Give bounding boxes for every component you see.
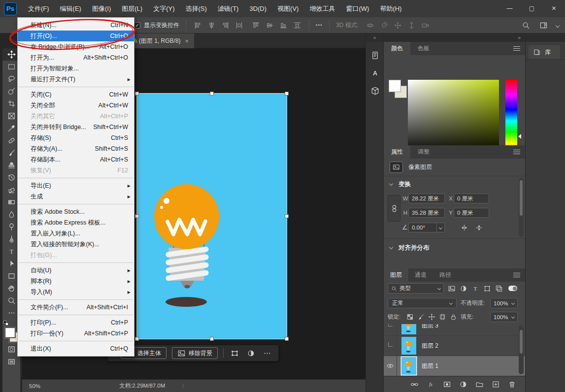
file-menu-item-file-info[interactable]: 文件简介(F)...Alt+Shift+Ctrl+I	[18, 302, 134, 313]
transform-icon[interactable]	[229, 349, 240, 358]
foreground-color-swatch[interactable]	[389, 80, 401, 92]
adjustment-layer-filter-icon[interactable]	[460, 285, 467, 293]
adjustments-icon[interactable]	[245, 349, 256, 358]
align-horizontal-centers-icon[interactable]	[206, 20, 217, 31]
menu-image[interactable]: 图像(I)	[87, 0, 116, 17]
file-menu-item-new[interactable]: 新建(N)...Ctrl+N	[18, 20, 134, 31]
layer-row-layer-1[interactable]: 图层 1	[384, 356, 525, 376]
tab-adjustments[interactable]: 调整	[410, 145, 437, 159]
file-menu-item-generate[interactable]: 生成▶	[18, 191, 134, 202]
file-menu-item-open-as[interactable]: 打开为...Alt+Shift+Ctrl+O	[18, 52, 134, 63]
orbit-3d-camera-icon[interactable]	[365, 20, 375, 31]
align-distribute-section-header[interactable]: 对齐并分布	[384, 241, 525, 254]
align-bottom-edges-icon[interactable]	[278, 20, 289, 31]
roll-3d-camera-icon[interactable]	[379, 20, 389, 31]
new-adjustment-layer-icon[interactable]	[459, 380, 468, 389]
file-menu-item-scripts[interactable]: 脚本(R)▶	[18, 276, 134, 287]
character-panel-icon[interactable]: A	[366, 64, 384, 82]
document-canvas[interactable]	[137, 94, 287, 339]
tab-swatches[interactable]: 色板	[410, 42, 437, 55]
new-layer-icon[interactable]	[491, 380, 501, 389]
dock-collapse-icon[interactable]: »	[384, 33, 525, 42]
transform-handle[interactable]	[285, 337, 289, 341]
lock-image-pixels-icon[interactable]	[417, 313, 425, 321]
rotation-field[interactable]: 0.00°	[408, 223, 445, 232]
transform-handle[interactable]	[285, 92, 289, 96]
tab-paths[interactable]: 路径	[433, 268, 458, 282]
menu-plugins[interactable]: 增效工具	[304, 0, 340, 17]
3d-panel-icon[interactable]	[366, 82, 384, 99]
file-menu-item-open-recent[interactable]: 最近打开文件(T)▶	[18, 74, 134, 85]
menu-edit[interactable]: 编辑(E)	[55, 0, 87, 17]
file-menu-item-close-all[interactable]: 关闭全部Alt+Ctrl+W	[18, 100, 134, 111]
file-menu-item-close[interactable]: 关闭(C)Ctrl+W	[18, 89, 134, 100]
file-menu-item-print[interactable]: 打印(P)...Ctrl+P	[18, 317, 134, 328]
shape-layer-filter-icon[interactable]	[483, 285, 491, 293]
layer-name[interactable]: 图层 3	[422, 324, 438, 330]
lock-position-icon[interactable]	[428, 313, 435, 321]
zoom-level-field[interactable]: 50%	[29, 383, 40, 389]
search-icon[interactable]	[521, 20, 531, 31]
layer-filter-type-dropdown[interactable]: 类型	[388, 283, 444, 294]
task-bar-more-icon[interactable]	[262, 349, 272, 358]
tab-color[interactable]: 颜色	[384, 42, 410, 55]
menu-file[interactable]: 文件(F)	[23, 0, 55, 17]
chevron-down-icon[interactable]	[389, 245, 393, 249]
layer-row-layer-2[interactable]: 图层 2	[384, 336, 525, 356]
smart-object-filter-icon[interactable]	[495, 285, 503, 293]
zoom-3d-camera-icon[interactable]	[420, 20, 431, 31]
chevron-down-icon[interactable]	[556, 23, 560, 27]
tab-properties[interactable]: 属性	[384, 145, 410, 159]
menu-3d[interactable]: 3D(D)	[244, 0, 272, 17]
x-field[interactable]: 0 厘米	[454, 194, 489, 203]
panel-menu-icon[interactable]	[513, 150, 520, 155]
maximize-button[interactable]: ▢	[521, 0, 543, 17]
transform-section-header[interactable]: 变换	[384, 178, 525, 191]
transform-handle[interactable]	[210, 337, 214, 341]
file-menu-item-close-and-go-to-bridge[interactable]: 关闭并转到 Bridge...Shift+Ctrl+W	[18, 122, 134, 132]
panel-menu-icon[interactable]	[513, 46, 520, 51]
lock-all-icon[interactable]	[450, 313, 457, 321]
height-field[interactable]: 35.28 厘米	[408, 208, 445, 218]
transform-handle[interactable]	[285, 214, 289, 218]
lock-transparent-pixels-icon[interactable]	[406, 313, 414, 321]
new-group-icon[interactable]	[475, 380, 485, 389]
remove-background-button[interactable]: 移除背景	[172, 347, 218, 359]
file-menu-item-place-linked[interactable]: 置入链接的智能对象(K)...	[18, 239, 134, 250]
file-menu-item-export[interactable]: 导出(E)▶	[18, 180, 134, 191]
flip-vertical-icon[interactable]	[473, 223, 484, 232]
tab-channels[interactable]: 通道	[408, 268, 433, 282]
flip-horizontal-icon[interactable]	[459, 223, 469, 232]
scrollbar[interactable]	[519, 178, 524, 237]
foreground-color-swatch[interactable]	[5, 327, 15, 338]
file-menu-item-open-as-smart-object[interactable]: 打开为智能对象...	[18, 63, 134, 74]
file-menu-item-browse-in-bridge[interactable]: 在 Bridge 中浏览(B)...Alt+Ctrl+O	[18, 41, 134, 52]
align-vertical-centers-icon[interactable]	[265, 20, 275, 31]
transform-handle[interactable]	[210, 92, 214, 96]
distribute-horizontally-icon[interactable]	[234, 20, 244, 31]
file-menu-item-save-as[interactable]: 存储为(A)...Shift+Ctrl+S	[18, 143, 134, 154]
layer-filter-toggle[interactable]	[508, 286, 517, 291]
file-menu-item-place-embedded[interactable]: 置入嵌入对象(L)...	[18, 228, 134, 239]
align-right-edges-icon[interactable]	[220, 20, 231, 31]
menu-window[interactable]: 窗口(W)	[340, 0, 374, 17]
document-info[interactable]: 文档:2.29M/87.0M 〉	[119, 382, 187, 390]
menu-layer[interactable]: 图层(L)	[116, 0, 148, 17]
link-dimensions-button[interactable]	[388, 195, 400, 222]
transform-handle[interactable]	[135, 92, 139, 96]
layer-visibility-toggle[interactable]	[384, 336, 397, 356]
document-tab-close-icon[interactable]: ×	[185, 37, 189, 45]
layer-thumbnail[interactable]	[401, 337, 416, 355]
opacity-field[interactable]: 100%	[490, 298, 518, 308]
y-field[interactable]: 0 厘米	[454, 208, 489, 218]
menu-filter[interactable]: 滤镜(T)	[212, 0, 244, 17]
transform-handle[interactable]	[135, 214, 139, 218]
color-picker-ring[interactable]	[409, 80, 413, 85]
hue-slider-arrow[interactable]	[518, 134, 521, 139]
layer-thumbnail[interactable]	[401, 357, 416, 375]
distribute-vertically-icon[interactable]	[292, 20, 302, 31]
add-layer-mask-icon[interactable]	[442, 380, 452, 389]
slide-3d-camera-icon[interactable]	[406, 20, 417, 31]
close-button[interactable]: ✕	[543, 0, 565, 17]
minimize-button[interactable]: —	[499, 0, 521, 17]
